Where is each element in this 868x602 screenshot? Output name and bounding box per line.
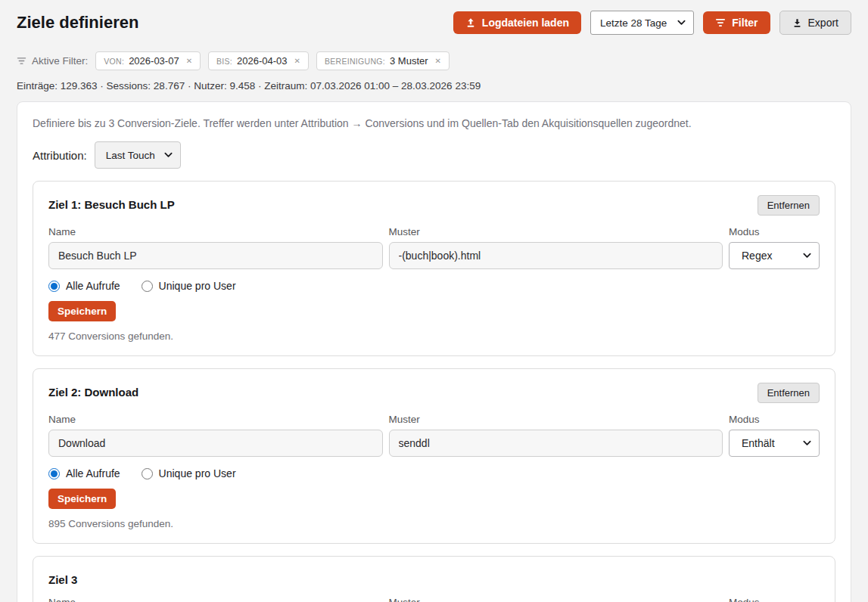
goal-2-pattern-input[interactable] — [389, 430, 723, 457]
goal-1-mode-field: Modus Regex — [729, 226, 820, 269]
radio-input[interactable] — [48, 468, 60, 479]
export-button-label: Export — [808, 17, 838, 28]
goal-1-remove-button[interactable]: Entfernen — [758, 195, 820, 216]
goal-3-pattern-field: Muster — [389, 597, 723, 602]
goal-2-title: Ziel 2: Download — [48, 383, 138, 399]
chevron-down-icon — [803, 253, 811, 259]
close-icon[interactable]: ✕ — [294, 57, 300, 65]
stats-line: Einträge: 129.363 · Sessions: 28.767 · N… — [17, 80, 851, 92]
goal-2-name-field: Name — [48, 414, 383, 457]
goal-2-fields: Name Muster Modus Enthält — [48, 414, 820, 457]
upload-logs-button[interactable]: Logdateien laden — [453, 11, 581, 34]
upload-icon — [465, 17, 476, 28]
upload-logs-label: Logdateien laden — [482, 17, 569, 28]
date-range-value: Letzte 28 Tage — [600, 17, 667, 29]
panel-description: Definiere bis zu 3 Conversion-Ziele. Tre… — [33, 117, 835, 129]
goals-panel: Definiere bis zu 3 Conversion-Ziele. Tre… — [17, 101, 851, 602]
radio-label: Alle Aufrufe — [66, 280, 120, 292]
goal-2-remove-button[interactable]: Entfernen — [758, 383, 820, 403]
goal-2-radio-unique[interactable]: Unique pro User — [142, 467, 236, 479]
attribution-select[interactable]: Last Touch — [95, 141, 181, 169]
goal-3-name-field: Name — [48, 597, 383, 602]
chevron-down-icon — [803, 440, 811, 446]
goal-1-name-input[interactable] — [48, 242, 383, 269]
goal-2-save-button[interactable]: Speichern — [48, 489, 116, 509]
page: Ziele definieren Logdateien laden Letzte… — [0, 0, 868, 602]
goal-2-pattern-field: Muster — [389, 414, 723, 457]
chip-value: 2026-03-07 — [129, 55, 179, 67]
chip-key: VON: — [104, 57, 124, 66]
goal-1-fields: Name Muster Modus Regex — [48, 226, 820, 269]
filter-chip-bis: BIS: 2026-04-03 ✕ — [208, 51, 309, 70]
goal-1-mode-select[interactable]: Regex — [729, 242, 820, 269]
attribution-row: Attribution: Last Touch — [33, 141, 835, 169]
pattern-label: Muster — [389, 414, 723, 425]
name-label: Name — [48, 226, 383, 237]
goal-1-radio-all[interactable]: Alle Aufrufe — [48, 280, 120, 292]
goal-2-radio-all[interactable]: Alle Aufrufe — [48, 467, 120, 479]
export-button[interactable]: Export — [779, 11, 851, 35]
goal-3-mode-field: Modus — [729, 597, 820, 602]
chevron-down-icon — [164, 152, 173, 158]
goal-3-title: Ziel 3 — [48, 570, 77, 586]
filter-button-label: Filter — [732, 17, 758, 28]
filter-chips: VON: 2026-03-07 ✕ BIS: 2026-04-03 ✕ BERE… — [95, 51, 450, 70]
goal-card-1: Ziel 1: Besuch Buch LP Entfernen Name Mu… — [33, 181, 835, 356]
mode-value: Enthält — [742, 437, 775, 449]
goal-2-result: 895 Conversions gefunden. — [48, 518, 820, 529]
close-icon[interactable]: ✕ — [435, 57, 441, 65]
goal-2-mode-field: Modus Enthält — [729, 414, 820, 457]
goal-1-pattern-input[interactable] — [389, 242, 723, 269]
radio-input[interactable] — [48, 281, 60, 292]
goal-card-2: Ziel 2: Download Entfernen Name Muster M… — [33, 368, 835, 544]
mode-label: Modus — [729, 597, 820, 602]
goal-card-3: Ziel 3 Name Muster Modus — [33, 556, 835, 602]
close-icon[interactable]: ✕ — [186, 57, 192, 65]
radio-label: Unique pro User — [159, 280, 236, 292]
goal-2-mode-select[interactable]: Enthält — [729, 430, 820, 457]
goal-2-header: Ziel 2: Download Entfernen — [48, 383, 820, 403]
goal-3-header: Ziel 3 — [48, 570, 820, 586]
radio-label: Unique pro User — [159, 467, 236, 479]
filter-icon — [715, 18, 726, 27]
goal-1-result: 477 Conversions gefunden. — [48, 330, 820, 342]
name-label: Name — [48, 414, 383, 425]
goal-2-name-input[interactable] — [48, 430, 383, 457]
goal-1-name-field: Name — [48, 226, 383, 269]
active-filters-bar: Aktive Filter: VON: 2026-03-07 ✕ BIS: 20… — [17, 51, 851, 70]
filter-lines-icon — [17, 57, 26, 65]
pattern-label: Muster — [389, 226, 723, 237]
goal-1-pattern-field: Muster — [389, 226, 723, 269]
active-filters-label-wrap: Aktive Filter: — [17, 55, 88, 67]
pattern-label: Muster — [389, 597, 723, 602]
chip-key: BEREINIGUNG: — [325, 57, 385, 66]
radio-input[interactable] — [142, 468, 153, 479]
download-icon — [792, 18, 802, 28]
active-filters-label: Aktive Filter: — [32, 55, 88, 67]
header: Ziele definieren Logdateien laden Letzte… — [17, 0, 851, 35]
mode-value: Regex — [742, 250, 772, 262]
attribution-value: Last Touch — [106, 150, 155, 161]
goal-3-fields: Name Muster Modus — [48, 597, 820, 602]
goal-1-save-button[interactable]: Speichern — [48, 301, 116, 321]
goal-1-radio-unique[interactable]: Unique pro User — [142, 280, 236, 292]
radio-input[interactable] — [142, 281, 153, 292]
name-label: Name — [48, 597, 383, 602]
filter-button[interactable]: Filter — [703, 11, 770, 34]
chevron-down-icon — [677, 20, 686, 26]
filter-chip-bereinigung: BEREINIGUNG: 3 Muster ✕ — [316, 51, 450, 70]
header-controls: Logdateien laden Letzte 28 Tage Filter E… — [453, 11, 851, 35]
goal-1-count-mode: Alle Aufrufe Unique pro User — [48, 280, 820, 292]
goal-1-header: Ziel 1: Besuch Buch LP Entfernen — [48, 195, 820, 216]
attribution-label: Attribution: — [33, 149, 87, 162]
page-title: Ziele definieren — [17, 13, 138, 33]
mode-label: Modus — [729, 414, 820, 425]
chip-key: BIS: — [216, 57, 232, 66]
radio-label: Alle Aufrufe — [66, 467, 120, 479]
goal-1-title: Ziel 1: Besuch Buch LP — [48, 195, 175, 211]
date-range-select[interactable]: Letzte 28 Tage — [590, 11, 694, 35]
mode-label: Modus — [729, 226, 820, 237]
filter-chip-von: VON: 2026-03-07 ✕ — [95, 51, 201, 70]
chip-value: 2026-04-03 — [237, 55, 288, 67]
chip-value: 3 Muster — [390, 55, 428, 67]
